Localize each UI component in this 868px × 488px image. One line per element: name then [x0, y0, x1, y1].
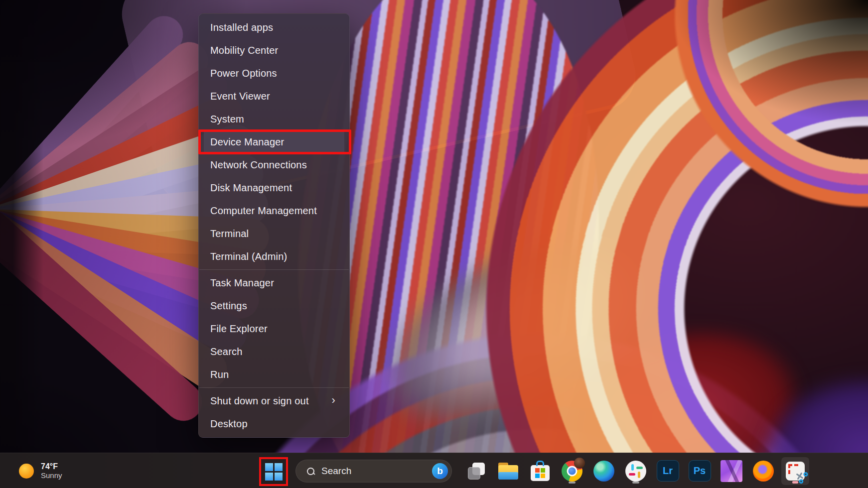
task-view-icon [468, 463, 485, 480]
menu-item-system[interactable]: System [199, 108, 349, 130]
weather-condition: Sunny [41, 471, 62, 480]
menu-item-terminal-admin[interactable]: Terminal (Admin) [199, 245, 349, 268]
firefox-icon [753, 461, 774, 482]
chevron-right-icon: › [331, 394, 335, 407]
menu-item-search[interactable]: Search [199, 340, 349, 363]
file-explorer-icon [498, 463, 518, 480]
sunny-weather-icon [19, 464, 34, 479]
firefox-button[interactable] [749, 457, 777, 485]
taskbar-app-icons: Lr Ps [462, 453, 809, 488]
menu-item-computer-management[interactable]: Computer Management [199, 199, 349, 222]
weather-temperature: 74°F [41, 462, 62, 471]
winx-context-menu: Installed apps Mobility Center Power Opt… [198, 13, 350, 438]
photoshop-icon: Ps [689, 460, 711, 482]
menu-separator [199, 387, 349, 388]
menu-item-settings[interactable]: Settings [199, 294, 349, 317]
search-placeholder: Search [321, 466, 351, 477]
search-icon [307, 468, 314, 475]
desktop: Installed apps Mobility Center Power Opt… [0, 0, 868, 488]
microsoft-store-button[interactable] [526, 457, 554, 485]
start-button[interactable] [265, 463, 283, 481]
bing-chat-icon[interactable]: b [432, 463, 448, 479]
menu-item-disk-management[interactable]: Disk Management [199, 176, 349, 199]
chrome-profile-avatar [574, 458, 585, 469]
menu-item-power-options[interactable]: Power Options [199, 62, 349, 85]
screen-recorder-button[interactable] [781, 457, 809, 485]
edge-button[interactable] [590, 457, 618, 485]
menu-item-desktop[interactable]: Desktop [199, 412, 349, 435]
annotation-box-start-button [259, 457, 288, 486]
affinity-photo-icon [721, 460, 742, 482]
windows-logo-icon [265, 463, 283, 481]
slack-icon [625, 461, 646, 482]
menu-item-file-explorer[interactable]: File Explorer [199, 317, 349, 340]
menu-item-label: Device Manager [210, 136, 284, 148]
edge-icon [593, 461, 614, 482]
menu-item-mobility-center[interactable]: Mobility Center [199, 39, 349, 62]
running-indicator [569, 482, 576, 484]
affinity-photo-button[interactable] [718, 457, 745, 485]
chrome-button[interactable] [558, 457, 586, 485]
task-view-button[interactable] [462, 457, 490, 485]
menu-item-shut-down-or-sign-out[interactable]: Shut down or sign out › [199, 389, 349, 412]
menu-item-network-connections[interactable]: Network Connections [199, 153, 349, 176]
screen-recorder-icon [786, 462, 805, 481]
lightroom-button[interactable]: Lr [654, 457, 682, 485]
lightroom-icon: Lr [657, 460, 679, 482]
slack-button[interactable] [622, 457, 650, 485]
menu-item-terminal[interactable]: Terminal [199, 222, 349, 245]
taskbar: 74°F Sunny Search b [0, 453, 868, 488]
menu-item-label: Shut down or sign out [210, 395, 309, 407]
menu-item-device-manager[interactable]: Device Manager [204, 130, 344, 153]
desktop-wallpaper [0, 0, 868, 488]
menu-separator [199, 269, 349, 270]
menu-item-run[interactable]: Run [199, 363, 349, 386]
file-explorer-button[interactable] [494, 457, 522, 485]
menu-item-installed-apps[interactable]: Installed apps [199, 16, 349, 39]
running-indicator [792, 481, 798, 484]
microsoft-store-icon [531, 465, 550, 481]
menu-item-event-viewer[interactable]: Event Viewer [199, 85, 349, 108]
chrome-icon [562, 461, 582, 482]
running-indicator [632, 482, 639, 484]
photoshop-button[interactable]: Ps [686, 457, 714, 485]
search-input[interactable]: Search b [295, 460, 452, 483]
weather-widget[interactable]: 74°F Sunny [15, 453, 66, 488]
menu-item-task-manager[interactable]: Task Manager [199, 271, 349, 294]
